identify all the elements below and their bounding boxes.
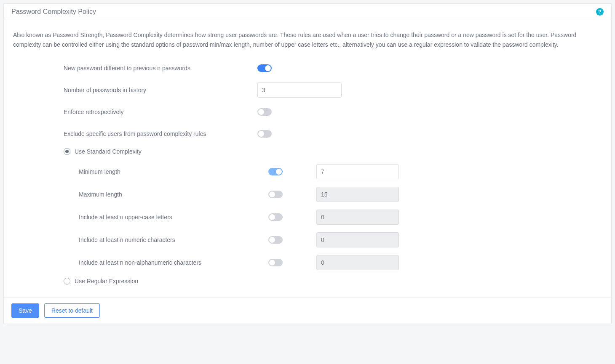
row-numeric: Include at least n numeric characters [79,232,602,247]
row-max-len: Maximum length [79,187,602,202]
label-history-count: Number of passwords in history [64,87,257,93]
toggle-numeric[interactable] [268,236,283,244]
standard-options: Minimum length Maximum length Include at… [64,164,602,270]
label-exclude-users: Exclude specific users from password com… [64,130,257,137]
row-enforce-retro: Enforce retrospectively [64,104,602,120]
panel-header: Password Complexity Policy ? [4,4,611,20]
input-upper[interactable] [316,210,399,225]
form-area: New password different to previous n pas… [13,61,602,284]
radio-standard-label: Use Standard Complexity [75,148,142,155]
row-upper: Include at least n upper-case letters [79,210,602,225]
toggle-max-len[interactable] [268,191,283,198]
input-numeric[interactable] [316,232,399,247]
label-nonalnum: Include at least n non-alphanumeric char… [79,259,268,266]
input-nonalnum[interactable] [316,255,399,270]
input-history-count[interactable] [257,82,342,98]
radio-icon [64,148,70,155]
radio-regex-label: Use Regular Expression [75,278,138,284]
password-policy-panel: Password Complexity Policy ? Also known … [3,3,612,324]
row-exclude-users: Exclude specific users from password com… [64,126,602,141]
radio-icon [64,278,70,284]
help-icon[interactable]: ? [596,8,604,16]
toggle-enforce-retro[interactable] [257,108,272,116]
panel-footer: Save Reset to default [4,297,611,324]
description-text: Also known as Password Strength, Passwor… [13,30,602,50]
toggle-nonalnum[interactable] [268,259,283,266]
input-max-len[interactable] [316,187,399,202]
reset-button[interactable]: Reset to default [44,303,100,318]
radio-regex[interactable]: Use Regular Expression [64,278,602,284]
label-upper: Include at least n upper-case letters [79,214,268,221]
radio-standard-complexity[interactable]: Use Standard Complexity [64,148,602,155]
label-numeric: Include at least n numeric characters [79,236,268,243]
label-min-len: Minimum length [79,168,268,175]
label-diff-prev: New password different to previous n pas… [64,65,257,72]
toggle-min-len[interactable] [268,168,283,175]
row-nonalnum: Include at least n non-alphanumeric char… [79,255,602,270]
toggle-upper[interactable] [268,213,283,221]
input-min-len[interactable] [316,164,399,179]
save-button[interactable]: Save [11,303,39,318]
label-enforce-retro: Enforce retrospectively [64,109,257,115]
toggle-diff-prev[interactable] [257,64,272,72]
page-title: Password Complexity Policy [11,8,96,16]
label-max-len: Maximum length [79,191,268,198]
row-min-len: Minimum length [79,164,602,179]
toggle-exclude-users[interactable] [257,130,272,138]
panel-body: Also known as Password Strength, Passwor… [4,20,611,297]
row-history-count: Number of passwords in history [64,82,602,98]
row-diff-prev: New password different to previous n pas… [64,61,602,76]
